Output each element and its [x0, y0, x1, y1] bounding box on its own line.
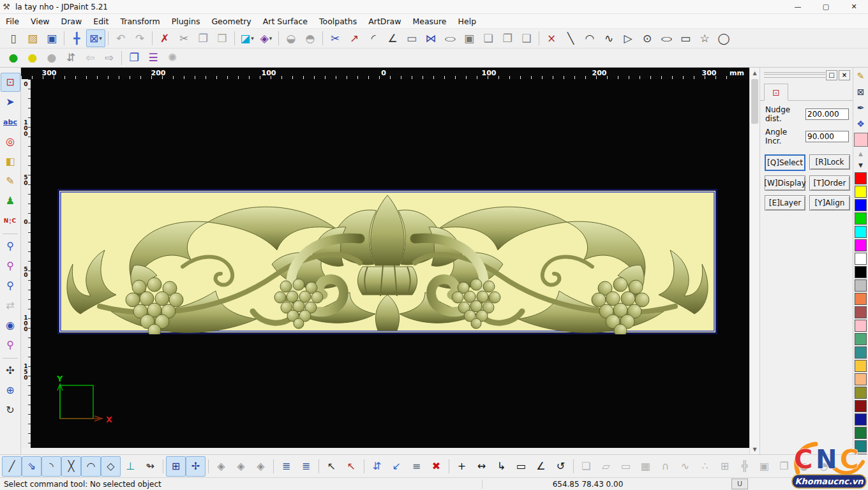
art-surface-tool[interactable]: ✎ — [1, 172, 20, 191]
pick-remove[interactable]: ↖ — [341, 456, 361, 477]
measure-angle[interactable]: ∠ — [531, 456, 551, 477]
menu-plugins[interactable]: Plugins — [166, 17, 206, 26]
update-direction[interactable]: ⇵ — [367, 456, 387, 477]
edit-colors[interactable]: ❖ — [853, 115, 868, 131]
design-canvas[interactable]: Y X — [31, 79, 749, 448]
swap-lights[interactable]: ⇵ — [61, 49, 80, 67]
color-swatch-309090[interactable] — [855, 346, 867, 359]
current-color-swatch[interactable] — [854, 133, 868, 147]
draw-spline[interactable]: ∿ — [599, 29, 618, 47]
snap-quadrant[interactable]: ◇ — [101, 456, 121, 477]
select-objects[interactable]: ⊡ — [1, 73, 20, 92]
color-swatch-50a878[interactable] — [855, 333, 867, 345]
zoom-in[interactable]: ⚲ — [1, 276, 20, 295]
color-swatch-c0c0c0[interactable] — [855, 279, 867, 292]
draw-rectangle[interactable]: ▭ — [676, 29, 695, 47]
render-surface-dropdown[interactable]: ▾ — [251, 36, 254, 41]
menu-geometry[interactable]: Geometry — [206, 17, 257, 26]
menu-help[interactable]: Help — [453, 17, 483, 26]
chamfer-corner[interactable]: ∠ — [383, 29, 402, 47]
color-swatch-101898[interactable] — [855, 413, 867, 426]
fill-style[interactable]: ⊠ — [853, 84, 868, 100]
zoom-dynamic[interactable]: ⚲ — [1, 256, 20, 276]
delete[interactable]: ✗ — [155, 29, 174, 47]
oblong-slot[interactable]: ○ — [440, 29, 460, 47]
tab-selection[interactable]: ⊡ — [764, 84, 788, 101]
nudge-dist-input[interactable] — [805, 108, 849, 120]
close-button[interactable]: ✕ — [840, 0, 868, 13]
snap-axis[interactable]: ✢ — [186, 456, 206, 477]
relief-modeling[interactable]: ♟ — [1, 191, 20, 211]
snap-center[interactable]: ◠ — [81, 456, 101, 477]
selection-mode-dropdown[interactable]: ▾ — [99, 36, 102, 41]
measure-offset[interactable]: ↳ — [491, 456, 511, 477]
artwork-relief[interactable] — [57, 189, 717, 334]
align-center[interactable]: ╬ — [735, 456, 754, 477]
scrollbar-down-button[interactable]: ▼ — [750, 444, 760, 454]
show-objects-eye[interactable]: ◉ — [1, 316, 20, 335]
draw-arc[interactable]: ◠ — [580, 29, 599, 47]
panel-close-button[interactable]: × — [839, 70, 850, 80]
nudge-tool[interactable]: ╋ — [67, 29, 86, 47]
color-swatch-00d800[interactable] — [855, 212, 867, 225]
scrollbar-up-button[interactable]: ▲ — [750, 68, 760, 78]
draw-ellipse[interactable]: ○ — [657, 29, 676, 47]
panel-button-r-lock[interactable]: [R]Lock — [809, 154, 850, 170]
attribute-manager[interactable]: ☰ — [144, 49, 163, 67]
trim-curve[interactable]: ✂ — [326, 29, 345, 47]
curve-properties[interactable]: ≡ — [407, 456, 426, 477]
text-tool[interactable]: abc — [1, 112, 20, 131]
nav-back[interactable]: ⇦ — [80, 49, 100, 67]
color-swatch-a85050[interactable] — [855, 306, 867, 318]
snap-on-curve[interactable]: ◝ — [41, 456, 61, 477]
measure-arc[interactable]: ↺ — [551, 456, 571, 477]
palette-scroll-down[interactable]: ▼ — [853, 160, 868, 171]
workplane-xz[interactable]: ◈ — [231, 456, 251, 477]
scrollbar-thumb[interactable] — [751, 79, 758, 124]
render-surface[interactable]: ◪▾ — [237, 29, 257, 47]
draw-line[interactable]: ╲ — [561, 29, 580, 47]
offset-contour[interactable]: ▣ — [460, 29, 479, 47]
snap-cross[interactable]: ╳ — [61, 456, 81, 477]
maximize-button[interactable]: ▢ — [812, 0, 840, 13]
view-3d[interactable]: ◈▾ — [257, 29, 276, 47]
redo[interactable]: ↷ — [130, 29, 149, 47]
color-swatch-0000ff[interactable] — [855, 199, 867, 211]
group-objects[interactable]: ▣ — [754, 456, 774, 477]
color-swatch-8b1010[interactable] — [855, 400, 867, 412]
menu-file[interactable]: File — [0, 17, 25, 26]
menu-artdraw[interactable]: ArtDraw — [363, 17, 407, 26]
draw-color-pencil[interactable]: ✎ — [853, 68, 868, 84]
pick-add[interactable]: ↖ — [322, 456, 341, 477]
color-swatch-ff00ff[interactable] — [855, 239, 867, 251]
draw-circle[interactable]: ⊙ — [638, 29, 657, 47]
light-on[interactable]: ● — [4, 49, 23, 67]
color-swatch-ffffff[interactable] — [855, 253, 867, 265]
menu-transform[interactable]: Transform — [114, 17, 165, 26]
draw-point[interactable]: × — [542, 29, 561, 47]
panel-button-q-select[interactable]: [Q]Select — [765, 154, 805, 171]
array-grid[interactable]: ▦ — [636, 456, 655, 477]
array-arc[interactable]: ∩ — [655, 456, 675, 477]
dome-relief[interactable]: ◒ — [281, 29, 301, 47]
nav-forward[interactable]: ⇨ — [100, 49, 119, 67]
color-swatch-909028[interactable] — [855, 387, 867, 399]
zoom-ratio[interactable]: ⊕ — [1, 381, 20, 400]
palette-scroll-up[interactable]: ▲ — [853, 148, 868, 160]
panel-button-y-align[interactable]: [Y]Align — [809, 195, 850, 211]
angle-incr-input[interactable] — [805, 131, 849, 142]
copy-array[interactable]: ❑ — [517, 29, 536, 47]
menu-draw[interactable]: Draw — [56, 17, 88, 26]
save-file[interactable]: ▣ — [42, 29, 61, 47]
zoom-to-object[interactable]: ⚲ — [1, 336, 20, 355]
menu-view[interactable]: View — [25, 17, 56, 26]
new-file[interactable]: ▯ — [4, 29, 23, 47]
combine-curves[interactable]: ⋈ — [421, 29, 440, 47]
menu-toolpaths[interactable]: Toolpaths — [313, 17, 363, 26]
array-path[interactable]: ∴ — [695, 456, 715, 477]
array-scale[interactable]: ▭ — [616, 456, 636, 477]
offset-tool[interactable]: ◎ — [1, 132, 20, 151]
draw-polyline[interactable]: ▷ — [618, 29, 638, 47]
menu-art-surface[interactable]: Art Surface — [257, 17, 313, 26]
set-start-point[interactable]: ↙ — [387, 456, 407, 477]
